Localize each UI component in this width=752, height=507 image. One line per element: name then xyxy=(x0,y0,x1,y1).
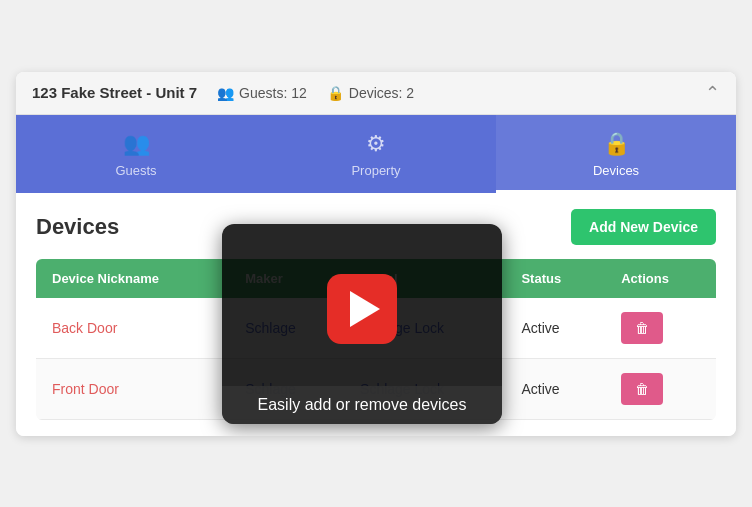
device-nickname: Back Door xyxy=(36,298,229,359)
play-triangle-icon xyxy=(350,291,380,327)
guests-count: Guests: 12 xyxy=(239,85,307,101)
device-status: Active xyxy=(505,358,605,419)
add-new-device-button[interactable]: Add New Device xyxy=(571,209,716,245)
tab-devices[interactable]: 🔒 Devices xyxy=(496,115,736,193)
guests-tab-icon: 👥 xyxy=(123,131,150,157)
guests-tab-label: Guests xyxy=(115,163,156,178)
device-actions-cell: 🗑 xyxy=(605,298,716,359)
video-caption: Easily add or remove devices xyxy=(222,386,502,424)
devices-content: Devices Add New Device Device Nickname M… xyxy=(16,193,736,436)
delete-device-button[interactable]: 🗑 xyxy=(621,373,663,405)
devices-section-title: Devices xyxy=(36,214,119,240)
main-container: 123 Fake Street - Unit 7 👥 Guests: 12 🔒 … xyxy=(16,72,736,436)
delete-device-button[interactable]: 🗑 xyxy=(621,312,663,344)
devices-summary: 🔒 Devices: 2 xyxy=(327,85,414,101)
property-address: 123 Fake Street - Unit 7 xyxy=(32,84,197,101)
devices-count: Devices: 2 xyxy=(349,85,414,101)
device-nickname: Front Door xyxy=(36,358,229,419)
devices-tab-icon: 🔒 xyxy=(603,131,630,157)
devices-tab-label: Devices xyxy=(593,163,639,178)
col-status: Status xyxy=(505,259,605,298)
collapse-chevron-icon[interactable]: ⌃ xyxy=(705,82,720,104)
header-bar: 123 Fake Street - Unit 7 👥 Guests: 12 🔒 … xyxy=(16,72,736,115)
devices-lock-icon: 🔒 xyxy=(327,85,344,101)
property-tab-icon: ⚙ xyxy=(366,131,386,157)
guests-summary: 👥 Guests: 12 xyxy=(217,85,307,101)
tab-guests[interactable]: 👥 Guests xyxy=(16,115,256,193)
video-play-button[interactable] xyxy=(327,274,397,344)
device-actions-cell: 🗑 xyxy=(605,358,716,419)
col-actions: Actions xyxy=(605,259,716,298)
property-tab-label: Property xyxy=(351,163,400,178)
col-nickname: Device Nickname xyxy=(36,259,229,298)
guests-icon: 👥 xyxy=(217,85,234,101)
tab-navigation: 👥 Guests ⚙ Property 🔒 Devices xyxy=(16,115,736,193)
video-overlay: Easily add or remove devices xyxy=(222,224,502,424)
device-status: Active xyxy=(505,298,605,359)
tab-property[interactable]: ⚙ Property xyxy=(256,115,496,193)
